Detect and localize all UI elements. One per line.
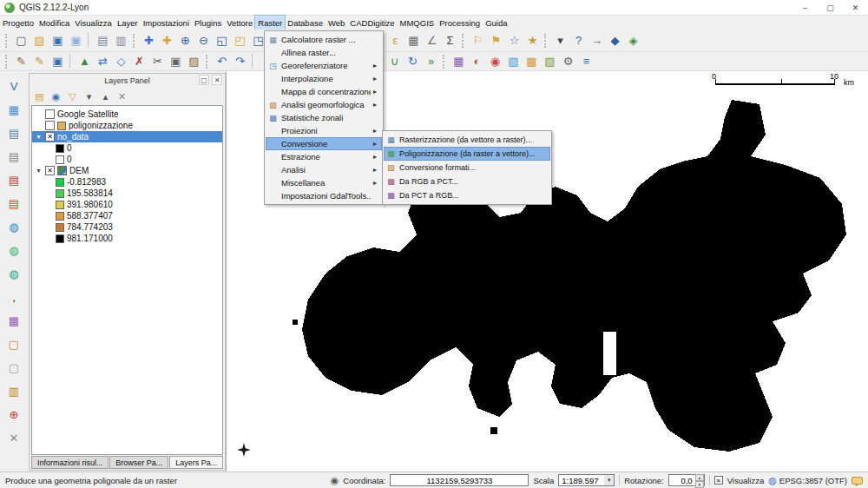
show-bookmarks-button[interactable]: ★ <box>523 32 542 49</box>
menu-item-analisi[interactable]: Analisi ▸ <box>266 163 382 176</box>
add-raster-layer-button[interactable]: ▦ <box>5 101 23 118</box>
terrain-analysis-button[interactable]: ▨ <box>541 53 559 70</box>
expand-all-button[interactable]: ▾ <box>82 89 96 103</box>
open-attribute-table-button[interactable]: ▦ <box>404 32 423 49</box>
copy-features-button[interactable]: ▣ <box>167 53 185 70</box>
merge-features-button[interactable]: ∪ <box>385 53 404 70</box>
menu-item-interpolazione[interactable]: Interpolazione ▸ <box>266 72 382 85</box>
menu-plugins[interactable]: Plugins <box>192 16 224 30</box>
menu-item-allinea-raster[interactable]: Allinea raster... <box>266 46 382 59</box>
menu-visualizza[interactable]: Visualizza <box>72 16 115 30</box>
node-tool-button[interactable]: ◇ <box>112 53 130 70</box>
layer-label[interactable]: 588.377407 <box>67 211 113 221</box>
layer-label[interactable]: 0 <box>67 155 72 164</box>
layer-no-data[interactable]: ▾ ✕ no_data <box>32 131 222 142</box>
new-shapefile-layer-button[interactable]: ▢ <box>5 335 23 353</box>
help-button[interactable]: ? <box>569 32 588 49</box>
legend-dem-4[interactable]: ✕ 588.377407 <box>32 210 222 221</box>
text-annotation-button[interactable]: ⚑ <box>487 32 505 49</box>
menu-item-conversione[interactable]: Conversione ▸ <box>266 137 382 150</box>
undo-button[interactable]: ↶ <box>213 53 231 70</box>
menu-item-estrazione[interactable]: Estrazione ▸ <box>266 150 382 163</box>
menu-item-mappa-di-concentrazione[interactable]: Mappa di concentrazione ▸ <box>266 85 382 98</box>
legend-dem-3[interactable]: ✕ 391.980610 <box>32 199 222 210</box>
zoom-to-selection-button[interactable]: ◰ <box>231 32 249 49</box>
layer-label[interactable]: 391.980610 <box>67 200 113 209</box>
add-wcs-layer-button[interactable]: ◍ <box>5 241 23 259</box>
paste-features-button[interactable]: ▨ <box>185 53 203 70</box>
legend-no-data-black[interactable]: ✕ 0 <box>32 142 222 154</box>
menu-progetto[interactable]: Progetto <box>0 16 36 30</box>
offset-curve-button[interactable]: » <box>422 53 440 70</box>
add-spatialite-layer-button[interactable]: ▤ <box>5 148 23 165</box>
heatmap-button[interactable]: ◉ <box>486 53 504 70</box>
map-tips-button[interactable]: ⚐ <box>469 32 487 49</box>
layer-google-satellite[interactable]: ✕ Google Satellite <box>32 109 222 120</box>
menu-vettore[interactable]: Vettore <box>224 16 255 30</box>
rotation-down-icon[interactable]: ▾ <box>695 481 704 488</box>
processing-toolbox-button[interactable]: ⚙ <box>559 53 577 70</box>
menu-item-poligonizzazione[interactable]: ▦ Poligonizzazione (da raster a vettore)… <box>384 147 550 161</box>
tab-layers[interactable]: Layers Pa... <box>169 456 223 469</box>
new-memory-layer-button[interactable]: ▥ <box>5 382 23 399</box>
layer-visibility-checkbox[interactable]: ✕ <box>45 132 55 142</box>
layer-label[interactable]: Google Satellite <box>57 109 119 119</box>
menu-raster[interactable]: Raster <box>255 16 285 30</box>
add-wms-layer-button[interactable]: ◍ <box>5 218 23 235</box>
zonal-statistics-button[interactable]: ▩ <box>523 53 541 70</box>
menu-caddigitize[interactable]: CADDigitize <box>347 16 397 30</box>
zoom-in-button[interactable]: ⊕ <box>176 32 194 49</box>
add-postgis-layer-button[interactable]: ▤ <box>5 124 23 142</box>
layer-label[interactable]: 981.171000 <box>67 234 113 243</box>
delete-selected-button[interactable]: ✗ <box>130 53 148 70</box>
add-virtual-layer-button[interactable]: ▦ <box>5 312 23 329</box>
menu-item-miscellanea[interactable]: Miscellanea ▸ <box>266 176 382 189</box>
panel-close-button[interactable]: ✕ <box>212 75 222 85</box>
grass-tools-button[interactable]: ◈ <box>624 32 642 49</box>
pan-to-selection-button[interactable]: ✚ <box>158 32 176 49</box>
python-console-button[interactable]: ≡ <box>577 53 595 70</box>
coordinate-capture-button[interactable]: ⊕ <box>5 406 23 423</box>
scale-input[interactable] <box>559 475 604 485</box>
save-project-button[interactable]: ▣ <box>49 32 67 49</box>
zoom-full-button[interactable]: ◱ <box>213 32 231 49</box>
pan-map-button[interactable]: ✚ <box>140 32 158 49</box>
scale-dropdown-arrow-icon[interactable]: ▾ <box>604 475 614 485</box>
filter-legend-button[interactable]: ▽ <box>65 89 80 103</box>
move-feature-button[interactable]: ⇄ <box>94 53 112 70</box>
tab-informazioni-risultati[interactable]: Informazioni risul... <box>31 456 108 469</box>
layer-label[interactable]: DEM <box>69 166 89 175</box>
add-mssql-layer-button[interactable]: ▤ <box>5 171 23 188</box>
add-group-button[interactable]: ▤ <box>32 89 47 103</box>
layer-visibility-checkbox[interactable]: ✕ <box>45 109 55 119</box>
menu-item-da-pct-a-rgb[interactable]: ▩ Da PCT a RGB... <box>384 188 550 202</box>
metasearch-button[interactable]: ◆ <box>606 32 624 49</box>
layer-label[interactable]: no_data <box>57 132 89 142</box>
maximize-button[interactable]: ▢ <box>818 0 843 15</box>
new-bookmark-button[interactable]: ☆ <box>505 32 523 49</box>
menu-layer[interactable]: Layer <box>115 16 141 30</box>
layer-label[interactable]: 0 <box>67 143 72 153</box>
legend-dem-1[interactable]: ✕ -0.812983 <box>32 176 222 188</box>
collapse-all-button[interactable]: ▴ <box>98 89 113 103</box>
rotation-input[interactable] <box>669 475 695 485</box>
measure-button[interactable]: ∠ <box>423 32 441 49</box>
toggle-editing-button[interactable]: ✎ <box>30 53 49 70</box>
minimize-button[interactable]: – <box>792 0 818 15</box>
remove-layer-button[interactable]: ✕ <box>115 89 129 103</box>
menu-item-georeferenziatore[interactable]: ◳ Georeferenziatore ▸ <box>266 59 382 72</box>
manage-layer-visibility-button[interactable]: ◉ <box>49 89 63 103</box>
georeferencer-button[interactable]: ◐ <box>468 53 486 70</box>
panel-float-button[interactable]: ▢ <box>199 75 209 85</box>
toolbox-dropdown-button[interactable]: ▾ <box>551 32 569 49</box>
menu-processing[interactable]: Processing <box>437 16 483 30</box>
messages-icon[interactable] <box>852 477 863 485</box>
coordinate-input[interactable] <box>390 474 529 486</box>
redo-button[interactable]: ↷ <box>231 53 249 70</box>
new-project-button[interactable]: ▢ <box>12 32 30 49</box>
current-edits-button[interactable]: ✎ <box>12 53 30 70</box>
menu-item-calcolatore-raster[interactable]: ▦ Calcolatore raster ... <box>266 33 382 46</box>
legend-dem-6[interactable]: ✕ 981.171000 <box>32 233 222 244</box>
menu-impostazioni[interactable]: Impostazioni <box>141 16 192 30</box>
menu-modifica[interactable]: Modifica <box>36 16 72 30</box>
